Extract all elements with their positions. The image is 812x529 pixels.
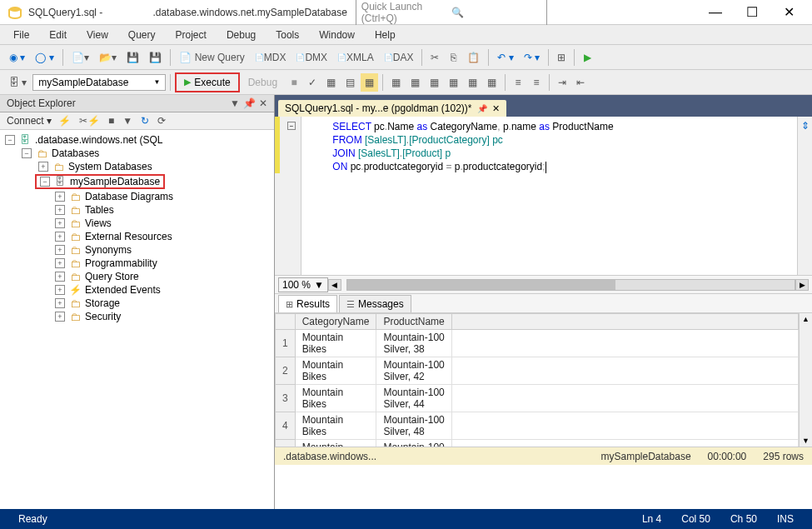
menu-query[interactable]: Query — [120, 27, 164, 42]
run-button[interactable]: ▶ — [579, 48, 595, 67]
collapse-icon[interactable]: − — [40, 177, 50, 187]
parse-button[interactable]: ✓ — [304, 73, 321, 92]
table-row[interactable]: 3Mountain BikesMountain-100 Silver, 44 — [276, 385, 799, 412]
tree-view[interactable]: − 🗄 .database.windows.net (SQL − 🗀 Datab… — [0, 130, 274, 509]
include-button[interactable]: ▦ — [387, 73, 405, 92]
options3-button[interactable]: ▦ — [445, 73, 462, 92]
h-scrollbar[interactable] — [346, 279, 795, 291]
connect-button[interactable]: Connect ▾ — [7, 115, 52, 127]
tree-extres-node[interactable]: +🗀External Resources — [2, 230, 272, 243]
tree-views-node[interactable]: +🗀Views — [2, 217, 272, 230]
nav-back-button[interactable]: ◉ ▾ — [5, 48, 29, 67]
refresh-icon[interactable]: ↻ — [141, 115, 149, 127]
messages-tab[interactable]: ☰Messages — [339, 295, 411, 312]
tree-databases-node[interactable]: − 🗀 Databases — [2, 147, 272, 160]
execute-button[interactable]: ▶ Execute — [177, 75, 237, 90]
results-grid[interactable]: CategoryName ProductName 1Mountain Bikes… — [275, 313, 799, 447]
menu-edit[interactable]: Edit — [41, 27, 75, 42]
plan2-button[interactable]: ▤ — [341, 73, 359, 92]
expand-icon[interactable]: + — [55, 272, 65, 282]
table-row[interactable]: 1Mountain BikesMountain-100 Silver, 38 — [276, 330, 799, 357]
redo-button[interactable]: ↷ ▾ — [520, 48, 544, 67]
panel-pin-icon[interactable]: 📌 — [243, 97, 256, 109]
options1-button[interactable]: ▦ — [406, 73, 424, 92]
tree-prog-node[interactable]: +🗀Programmability — [2, 257, 272, 270]
uncomment-button[interactable]: ≡ — [528, 73, 545, 92]
expand-icon[interactable]: + — [55, 192, 65, 202]
collapse-icon[interactable]: − — [5, 135, 15, 145]
scroll-left-icon[interactable]: ◀ — [328, 279, 341, 291]
expand-icon[interactable]: + — [55, 258, 65, 268]
col-header[interactable]: ProductName — [376, 314, 451, 330]
maximize-button[interactable]: ☐ — [744, 4, 760, 21]
menu-window[interactable]: Window — [311, 27, 363, 42]
menu-tools[interactable]: Tools — [267, 27, 307, 42]
tree-security-node[interactable]: +🗀Security — [2, 310, 272, 323]
tree-mydb-node[interactable]: − 🗄 mySampleDatabase — [2, 173, 272, 190]
filter-icon[interactable]: ▼ — [122, 115, 132, 127]
expand-icon[interactable]: + — [55, 205, 65, 215]
database-selector[interactable]: mySampleDatabase ▼ — [32, 74, 166, 91]
minimize-button[interactable]: — — [707, 4, 724, 21]
expand-icon[interactable]: + — [55, 218, 65, 228]
scroll-up-icon[interactable]: ▲ — [800, 313, 811, 325]
activity-button[interactable]: ⊞ — [553, 48, 570, 67]
menu-help[interactable]: Help — [366, 27, 404, 42]
disconnect-all-icon[interactable]: ✂⚡ — [79, 115, 100, 127]
table-row[interactable]: 4Mountain BikesMountain-100 Silver, 48 — [276, 412, 799, 440]
results-tab[interactable]: ⊞Results — [278, 295, 337, 312]
mdx-button[interactable]: 📄MDX — [251, 48, 291, 67]
menu-debug[interactable]: Debug — [218, 27, 264, 42]
scroll-thumb[interactable] — [347, 280, 615, 290]
indent-button[interactable]: ⇥ — [554, 73, 570, 92]
options4-button[interactable]: ▦ — [464, 73, 481, 92]
expand-icon[interactable]: + — [55, 245, 65, 255]
v-scrollbar[interactable]: ▲ ▼ — [799, 313, 812, 447]
tree-synonyms-node[interactable]: +🗀Synonyms — [2, 243, 272, 257]
stop-icon[interactable]: ■ — [108, 115, 114, 127]
panel-dropdown-icon[interactable]: ▼ — [230, 97, 240, 109]
cut-button[interactable]: ✂ — [426, 48, 443, 67]
collapse-toggle[interactable]: − — [287, 122, 296, 130]
code-editor[interactable]: SELECT pc.Name as CategoryName, p.name a… — [301, 117, 797, 275]
new-query-button[interactable]: 📄New Query — [175, 48, 249, 67]
collapse-icon[interactable]: − — [22, 148, 32, 158]
disconnect-icon[interactable]: ⚡ — [58, 115, 71, 127]
tree-querystore-node[interactable]: +🗀Query Store — [2, 270, 272, 283]
expand-icon[interactable]: + — [55, 298, 65, 308]
pin-icon[interactable]: 📌 — [477, 104, 487, 113]
tree-server-node[interactable]: − 🗄 .database.windows.net (SQL — [2, 133, 272, 147]
copy-button[interactable]: ⎘ — [445, 48, 461, 67]
plan3-button[interactable]: ▦ — [361, 73, 378, 92]
options5-button[interactable]: ▦ — [483, 73, 501, 92]
editor-area[interactable]: − SELECT pc.Name as CategoryName, p.name… — [275, 117, 812, 275]
save-button[interactable]: 💾 — [122, 48, 143, 67]
options2-button[interactable]: ▦ — [426, 73, 443, 92]
outdent-button[interactable]: ⇤ — [572, 73, 589, 92]
tree-diagrams-node[interactable]: +🗀Database Diagrams — [2, 190, 272, 203]
debug-button[interactable]: Debug — [242, 75, 284, 90]
dmx-button[interactable]: 📄DMX — [291, 48, 331, 67]
expand-icon[interactable]: + — [38, 162, 48, 172]
new-button[interactable]: 📄▾ — [67, 48, 93, 67]
plan1-button[interactable]: ▦ — [322, 73, 340, 92]
comment-button[interactable]: ≡ — [510, 73, 526, 92]
menu-view[interactable]: View — [78, 27, 117, 42]
expand-icon[interactable]: + — [55, 232, 65, 242]
col-header[interactable]: CategoryName — [295, 314, 376, 330]
dax-button[interactable]: 📄DAX — [380, 48, 418, 67]
tree-extevents-node[interactable]: +⚡Extended Events — [2, 283, 272, 297]
paste-button[interactable]: 📋 — [463, 48, 484, 67]
tree-tables-node[interactable]: +🗀Tables — [2, 203, 272, 217]
table-row[interactable]: 5Mountain BikesMountain-100 Black, 38 — [276, 440, 799, 447]
xmla-button[interactable]: 📄XMLA — [333, 48, 378, 67]
tree-storage-node[interactable]: +🗀Storage — [2, 297, 272, 310]
menu-project[interactable]: Project — [167, 27, 215, 42]
menu-file[interactable]: File — [5, 27, 37, 42]
table-row[interactable]: 2Mountain BikesMountain-100 Silver, 42 — [276, 357, 799, 385]
editor-tab[interactable]: SQLQuery1.sql - my...e (pgoldman (102))*… — [278, 100, 506, 117]
tree-system-dbs-node[interactable]: + 🗀 System Databases — [2, 160, 272, 173]
db-icon-button[interactable]: 🗄 ▾ — [5, 73, 31, 92]
expand-icon[interactable]: + — [55, 285, 65, 295]
save-all-button[interactable]: 💾 — [145, 48, 166, 67]
